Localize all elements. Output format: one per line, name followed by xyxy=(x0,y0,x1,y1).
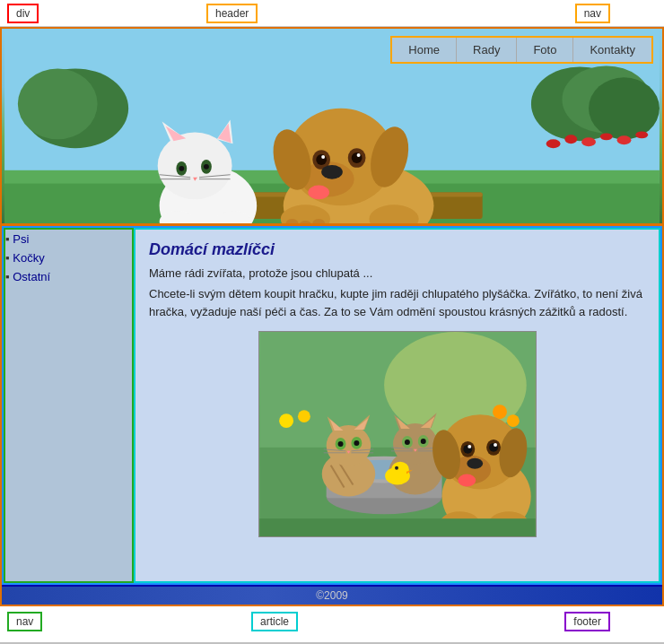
svg-point-101 xyxy=(458,474,476,487)
svg-point-25 xyxy=(204,164,209,170)
article-image xyxy=(258,331,537,537)
article-subtitle: Máme rádi zvířata, protože jsou chlupatá… xyxy=(149,266,645,280)
svg-point-7 xyxy=(564,135,577,144)
copyright: ©2009 xyxy=(316,589,348,602)
svg-point-109 xyxy=(494,443,497,447)
svg-point-110 xyxy=(467,458,483,469)
svg-point-108 xyxy=(467,445,471,448)
svg-point-54 xyxy=(279,413,293,428)
svg-point-44 xyxy=(357,153,361,157)
label-nav-bottom: nav xyxy=(7,612,42,631)
article-text: Chcete-li svým dětem koupit hračku, kupt… xyxy=(149,285,645,320)
svg-point-97 xyxy=(395,466,398,470)
svg-point-73 xyxy=(354,440,359,446)
svg-point-2 xyxy=(18,68,98,139)
svg-point-95 xyxy=(391,462,409,478)
article-section: Domácí mazlíčci Máme rádi zvířata, proto… xyxy=(134,228,660,583)
svg-point-57 xyxy=(506,414,519,427)
nav-kontakty[interactable]: Kontakty xyxy=(573,38,651,62)
nav-foto[interactable]: Foto xyxy=(517,38,573,62)
svg-point-87 xyxy=(404,439,409,445)
svg-point-5 xyxy=(589,77,660,139)
article-animals-svg xyxy=(259,332,536,536)
label-bar-bottom: nav article footer xyxy=(0,606,664,642)
svg-point-41 xyxy=(316,154,327,165)
sidebar-item-psi[interactable]: Psi xyxy=(5,230,132,248)
svg-point-88 xyxy=(420,439,425,444)
footer-bar: ©2009 xyxy=(2,585,662,605)
svg-point-56 xyxy=(493,405,507,419)
label-header: header xyxy=(206,4,258,23)
svg-rect-113 xyxy=(259,518,535,536)
page: Home Rady Foto Kontakty Psi Kočky Osta xyxy=(0,27,664,606)
label-bar-top: div header nav xyxy=(0,0,664,27)
article-title: Domácí mazlíčci xyxy=(149,240,645,259)
sidebar-item-kocky[interactable]: Kočky xyxy=(5,248,132,267)
label-div: div xyxy=(7,4,39,23)
nav-rady[interactable]: Rady xyxy=(457,38,517,62)
main-body: Psi Kočky Ostatní Domácí mazlíčci Máme r… xyxy=(2,226,662,585)
outer-wrapper: div header nav xyxy=(0,0,664,642)
svg-point-45 xyxy=(321,165,343,179)
label-article: article xyxy=(251,612,298,631)
svg-point-36 xyxy=(308,186,329,200)
svg-point-53 xyxy=(384,332,527,439)
label-footer: footer xyxy=(564,612,610,631)
svg-point-6 xyxy=(546,139,561,148)
svg-point-55 xyxy=(297,410,310,422)
svg-point-17 xyxy=(158,132,232,199)
label-nav-top: nav xyxy=(575,4,610,23)
svg-point-43 xyxy=(321,155,325,159)
svg-point-8 xyxy=(581,137,596,146)
nav-home[interactable]: Home xyxy=(392,38,457,62)
svg-point-11 xyxy=(635,131,648,138)
svg-point-9 xyxy=(600,133,613,140)
svg-point-24 xyxy=(179,166,184,171)
svg-point-42 xyxy=(352,152,363,163)
sidebar-list: Psi Kočky Ostatní xyxy=(5,230,132,286)
svg-point-72 xyxy=(337,441,343,447)
sidebar-item-ostatni[interactable]: Ostatní xyxy=(5,267,132,286)
nav-menu: Home Rady Foto Kontakty xyxy=(390,36,653,64)
sidebar: Psi Kočky Ostatní xyxy=(4,228,134,583)
header-section: Home Rady Foto Kontakty xyxy=(2,29,662,226)
svg-point-10 xyxy=(617,135,632,144)
